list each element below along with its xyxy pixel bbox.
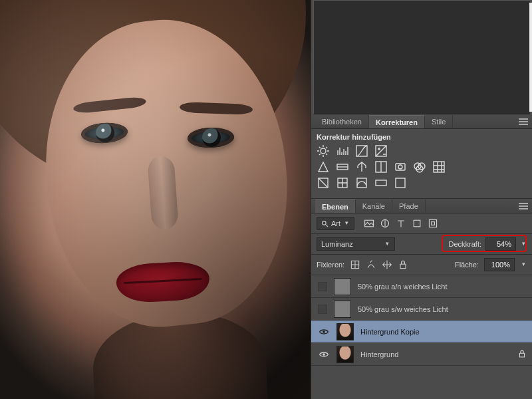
layer-thumbnail[interactable] — [334, 278, 351, 295]
canvas-viewport[interactable] — [0, 0, 311, 399]
adjustments-title: Korrektur hinzufügen — [317, 133, 527, 141]
channel-mixer-icon[interactable] — [413, 161, 426, 173]
right-panels: Bibliotheken Korrekturen Stile Korrektur… — [311, 0, 532, 399]
layer-name[interactable]: Hintergrund Kopie — [360, 328, 527, 336]
blend-mode-value: Luminanz — [321, 240, 353, 248]
layer-name[interactable]: 50% grau s/w weiches Licht — [358, 305, 527, 313]
visibility-off-box[interactable] — [318, 305, 327, 314]
portrait-shading — [0, 0, 311, 399]
svg-rect-21 — [432, 222, 435, 225]
brightness-contrast-icon[interactable] — [317, 145, 330, 157]
svg-rect-14 — [376, 180, 386, 186]
bw-icon[interactable] — [374, 161, 388, 173]
type-filter-icon[interactable] — [396, 218, 406, 229]
colorlookup-icon[interactable] — [432, 161, 446, 173]
navigator-panel-dark — [313, 0, 530, 114]
layer-filter-dropdown[interactable]: Art — [317, 217, 354, 230]
svg-rect-19 — [414, 220, 420, 227]
adjustments-icon-row-3 — [317, 177, 527, 189]
shape-filter-icon[interactable] — [412, 218, 422, 229]
visibility-eye-icon[interactable] — [318, 326, 330, 338]
layers-filter-row: Art — [311, 213, 532, 234]
visibility-off-box[interactable] — [318, 282, 327, 291]
adjustments-panel-body: Korrektur hinzufügen — [311, 129, 532, 199]
chevron-down-icon — [384, 240, 390, 248]
chevron-down-icon — [343, 219, 350, 227]
layers-list: 50% grau a/n weiches Licht50% grau s/w w… — [311, 275, 532, 366]
layers-tabbar: Ebenen Kanäle Pfade — [311, 199, 532, 213]
exposure-icon[interactable] — [374, 145, 388, 157]
svg-point-16 — [323, 221, 327, 225]
tab-channels[interactable]: Kanäle — [356, 200, 392, 212]
color-balance-icon[interactable] — [355, 161, 368, 173]
visibility-eye-icon[interactable] — [318, 348, 330, 360]
image-filter-icon[interactable] — [364, 218, 374, 229]
svg-rect-15 — [396, 178, 405, 188]
adjustments-icon-row-1 — [317, 145, 527, 157]
vibrance-icon[interactable] — [317, 161, 330, 173]
gradient-map-icon[interactable] — [374, 177, 388, 189]
lock-transparent-icon[interactable] — [350, 259, 360, 270]
svg-point-6 — [398, 165, 402, 169]
adjustments-icon-row-2 — [317, 161, 527, 173]
blend-opacity-row: Luminanz Deckkraft: 54% — [311, 234, 532, 255]
lock-icon[interactable] — [517, 349, 527, 360]
tab-paths[interactable]: Pfade — [392, 200, 426, 212]
levels-icon[interactable] — [336, 145, 349, 157]
adjustments-tabbar: Bibliotheken Korrekturen Stile — [311, 114, 532, 129]
opacity-flyout-icon[interactable] — [520, 240, 527, 248]
svg-rect-23 — [400, 264, 406, 268]
tab-libraries[interactable]: Bibliotheken — [315, 115, 369, 128]
lock-label: Fixieren: — [317, 261, 344, 269]
navigator-scrollbar[interactable] — [529, 3, 532, 112]
panel-flyout-menu[interactable] — [519, 118, 528, 126]
tab-styles[interactable]: Stile — [425, 115, 453, 128]
svg-rect-10 — [434, 162, 444, 172]
layer-thumbnail[interactable] — [334, 301, 351, 318]
layer-row[interactable]: 50% grau s/w weiches Licht — [311, 298, 532, 321]
layer-name[interactable]: Hintergrund — [360, 350, 511, 358]
layer-row[interactable]: Hintergrund — [311, 343, 532, 366]
svg-point-0 — [321, 148, 326, 154]
lock-all-icon[interactable] — [398, 259, 408, 270]
layer-row[interactable]: 50% grau a/n weiches Licht — [311, 275, 532, 298]
fill-value-box[interactable]: 100% — [484, 258, 515, 271]
svg-rect-20 — [429, 219, 436, 227]
photo-filter-icon[interactable] — [394, 161, 407, 173]
layer-filter-label: Art — [331, 219, 340, 227]
lock-fill-row: Fixieren: Fläche: 100% — [311, 255, 532, 275]
adjustment-filter-icon[interactable] — [380, 218, 390, 229]
invert-icon[interactable] — [317, 177, 330, 189]
layer-name[interactable]: 50% grau a/n weiches Licht — [358, 283, 527, 291]
hue-saturation-icon[interactable] — [336, 161, 349, 173]
curves-icon[interactable] — [355, 145, 368, 157]
layer-thumbnail[interactable] — [336, 323, 354, 340]
blend-mode-dropdown[interactable]: Luminanz — [317, 237, 395, 251]
opacity-value: 54% — [497, 240, 511, 248]
layer-thumbnail[interactable] — [336, 346, 354, 363]
layer-filter-icons — [364, 218, 438, 229]
tab-adjustments[interactable]: Korrekturen — [369, 115, 425, 128]
posterize-icon[interactable] — [336, 177, 349, 189]
selective-color-icon[interactable] — [394, 177, 407, 189]
fill-flyout-icon[interactable] — [520, 261, 527, 269]
opacity-label: Deckkraft: — [448, 240, 481, 248]
lock-paint-icon[interactable] — [366, 259, 376, 270]
layer-row[interactable]: Hintergrund Kopie — [311, 321, 532, 343]
threshold-icon[interactable] — [355, 177, 368, 189]
fill-value: 100% — [491, 261, 510, 269]
tab-layers[interactable]: Ebenen — [315, 200, 356, 213]
panel-flyout-menu[interactable] — [519, 202, 528, 210]
smartobject-filter-icon[interactable] — [428, 218, 438, 229]
fill-label: Fläche: — [455, 261, 479, 269]
lock-position-icon[interactable] — [382, 259, 392, 270]
opacity-value-box[interactable]: 54% — [485, 237, 516, 251]
